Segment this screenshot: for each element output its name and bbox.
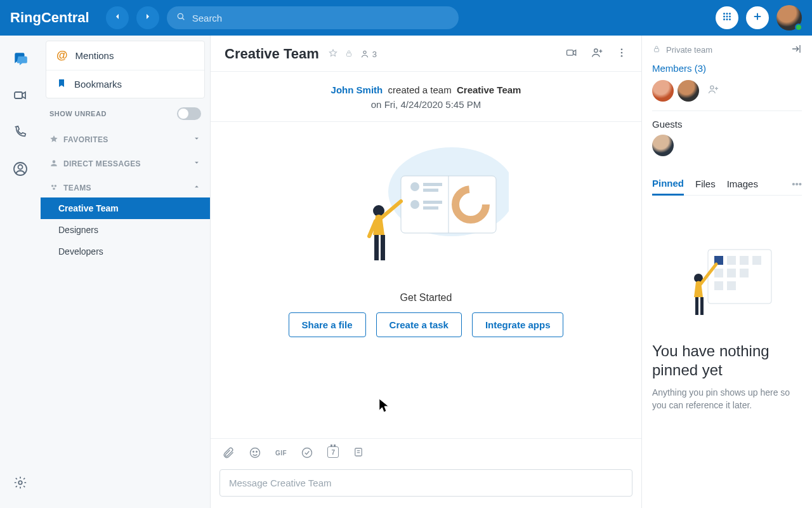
team-icon [49,183,58,194]
smile-icon [249,450,261,461]
event-button[interactable]: 7 [327,446,339,462]
rail-messages[interactable] [11,51,29,69]
integrate-apps-button[interactable]: Integrate apps [472,312,564,337]
member-avatar[interactable] [652,80,674,102]
private-team-label: Private team [666,45,712,55]
star-outline-icon[interactable] [328,48,338,60]
more-horizontal-icon: ••• [792,178,802,189]
section-favorites[interactable]: FAVORITES [41,125,210,149]
chevron-up-icon [192,182,201,194]
details-panel: Private team Members (3) Guests Pinned F… [642,36,812,508]
task-button[interactable] [301,446,313,462]
member-count-icon[interactable]: 3 [360,49,377,59]
svg-point-17 [51,184,54,187]
svg-point-2 [723,13,725,15]
member-avatar[interactable] [678,80,699,102]
dialpad-button[interactable] [716,6,738,29]
get-started-illustration [344,141,509,281]
add-people-button[interactable] [591,46,603,62]
note-button[interactable] [353,446,364,462]
rail-settings[interactable] [11,475,29,493]
nav-back-button[interactable] [106,6,129,29]
gif-button[interactable]: GIF [275,446,287,462]
rail-video[interactable] [11,88,29,105]
phone-icon [13,125,27,142]
svg-point-19 [53,187,55,190]
composer: GIF 7 Message Creative Team [211,438,641,508]
show-unread-label: SHOW UNREAD [49,110,107,117]
collapse-panel-button[interactable] [790,43,802,57]
tab-images[interactable]: Images [727,173,758,194]
emoji-button[interactable] [249,446,261,462]
search-box[interactable] [167,6,459,29]
plus-icon [752,11,763,25]
guests-heading: Guests [652,110,802,130]
guest-avatar[interactable] [652,135,674,156]
person-icon [49,159,58,170]
attach-button[interactable] [222,446,235,462]
svg-rect-37 [423,206,438,210]
svg-point-4 [729,13,731,15]
topbar: RingCentral [0,0,812,36]
sidebar-team-designers[interactable]: Designers [41,219,210,241]
tab-files[interactable]: Files [695,173,716,194]
more-options-button[interactable] [616,47,627,61]
gif-icon: GIF [275,450,287,457]
create-task-button[interactable]: Create a task [376,312,462,337]
get-started-label: Get Started [211,292,641,304]
svg-rect-65 [727,281,736,290]
rail-phone[interactable] [11,124,29,142]
tab-more-button[interactable]: ••• [792,178,802,189]
svg-rect-33 [423,183,442,186]
svg-point-16 [18,481,22,485]
sidebar-team-creative-team[interactable]: Creative Team [41,197,210,219]
start-video-button[interactable] [565,46,578,62]
add-button[interactable] [746,6,769,29]
sidebar-item-bookmarks[interactable]: Bookmarks [46,70,204,98]
pinned-empty-illustration [679,234,775,329]
nav-rail [0,36,41,508]
chat-header: Creative Team 3 [211,36,641,72]
message-input[interactable]: Message Creative Team [219,469,632,497]
dialpad-icon [721,11,733,25]
svg-rect-60 [752,256,761,265]
svg-point-44 [251,448,260,458]
team-created-date: on Fri, 4/24/2020 5:45 PM [211,99,641,122]
svg-rect-20 [346,53,351,56]
svg-rect-22 [567,50,573,55]
svg-rect-41 [381,235,385,260]
paperclip-icon [222,450,235,461]
show-unread-toggle[interactable] [177,107,201,120]
sidebar-team-developers[interactable]: Developers [41,241,210,262]
svg-point-14 [18,165,23,170]
search-icon [176,11,186,24]
svg-rect-36 [423,201,442,204]
svg-point-53 [710,86,714,89]
bookmark-icon [56,78,67,90]
contacts-icon [13,161,28,179]
profile-avatar[interactable] [776,5,802,30]
add-member-button[interactable] [703,81,723,101]
svg-line-1 [182,18,184,20]
svg-rect-13 [15,92,22,98]
sidebar-item-label: Mentions [75,50,114,61]
svg-rect-59 [740,256,749,265]
nav-forward-button[interactable] [136,6,159,29]
add-person-icon [591,50,603,61]
svg-point-0 [178,13,183,18]
sidebar-item-mentions[interactable]: @ Mentions [46,41,204,70]
tab-pinned[interactable]: Pinned [652,173,684,196]
rail-contacts[interactable] [11,161,29,179]
section-teams[interactable]: TEAMS [41,173,210,197]
section-direct-messages[interactable]: DIRECT MESSAGES [41,149,210,173]
gear-icon [13,476,27,492]
members-heading[interactable]: Members (3) [652,63,802,74]
chat-title: Creative Team [225,46,319,62]
svg-point-35 [410,200,419,209]
svg-rect-67 [695,297,698,315]
svg-point-3 [726,13,728,15]
search-input[interactable] [192,13,450,23]
share-file-button[interactable]: Share a file [289,312,366,337]
chevron-right-icon [143,11,153,24]
svg-point-28 [621,55,623,57]
